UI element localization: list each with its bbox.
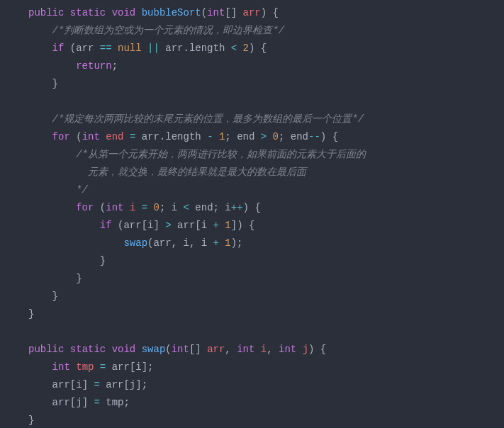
code-token: } bbox=[76, 273, 82, 284]
code-token: for bbox=[52, 131, 70, 142]
code-token: i bbox=[183, 237, 189, 249]
code-token bbox=[28, 131, 52, 142]
code-token bbox=[296, 344, 302, 355]
code-token: arr bbox=[28, 379, 70, 390]
code-line: /*规定每次两两比较的末尾元素的位置，最多为数组的最后一个位置*/ bbox=[28, 111, 504, 128]
code-token bbox=[28, 78, 52, 89]
code-token: ]; bbox=[135, 379, 147, 390]
code-line: /*从第一个元素开始，两两进行比较，如果前面的元素大于后面的 bbox=[28, 146, 504, 164]
code-token: static bbox=[70, 344, 106, 355]
code-token bbox=[267, 131, 272, 142]
code-token: ] bbox=[82, 397, 94, 408]
code-token: ) { bbox=[249, 43, 267, 54]
code-line bbox=[28, 93, 504, 111]
code-line: arr[j] = tmp; bbox=[28, 394, 504, 412]
code-token bbox=[64, 7, 69, 18]
code-token: /*规定每次两两比较的末尾元素的位置，最多为数组的最后一个位置*/ bbox=[52, 113, 364, 125]
code-token: return bbox=[76, 60, 111, 72]
code-token: arr bbox=[76, 43, 100, 54]
code-token: swap bbox=[123, 237, 147, 249]
code-token: end bbox=[189, 202, 213, 213]
code-token: 0 bbox=[154, 202, 159, 213]
code-token: 0 bbox=[273, 131, 279, 142]
code-token bbox=[135, 202, 141, 213]
code-token: int bbox=[106, 202, 123, 213]
code-token: - bbox=[207, 131, 213, 142]
code-token: arr bbox=[106, 361, 130, 373]
code-token: [ bbox=[142, 220, 147, 231]
code-token: i bbox=[76, 379, 82, 390]
code-line bbox=[28, 323, 504, 341]
code-token: ( bbox=[100, 202, 106, 213]
code-line: /*判断数组为空或为一个元素的情况，即边界检查*/ bbox=[28, 22, 504, 40]
code-token: arr bbox=[159, 43, 184, 54]
code-line: swap(arr, i, i + 1); bbox=[28, 235, 504, 252]
code-token: -- bbox=[308, 131, 320, 142]
code-token bbox=[28, 184, 76, 196]
code-token: = bbox=[100, 361, 106, 373]
code-token: ; bbox=[123, 397, 129, 408]
code-token: int bbox=[237, 344, 254, 355]
code-token bbox=[106, 344, 111, 355]
code-token bbox=[70, 131, 76, 142]
code-token: public bbox=[28, 7, 64, 18]
code-token: ) { bbox=[261, 7, 279, 18]
code-token: > bbox=[261, 131, 267, 142]
code-token: , bbox=[189, 237, 201, 249]
code-token: int bbox=[207, 7, 225, 18]
code-token: = bbox=[94, 397, 99, 408]
code-token bbox=[28, 326, 34, 337]
code-token: [ bbox=[70, 397, 76, 408]
code-token bbox=[64, 344, 69, 355]
code-token: swap bbox=[142, 344, 166, 355]
code-token bbox=[28, 237, 123, 249]
code-token: arr bbox=[28, 397, 70, 408]
code-token: ] bbox=[82, 379, 94, 390]
code-token: ; bbox=[279, 131, 291, 142]
code-token: = bbox=[94, 379, 99, 390]
code-token: j bbox=[130, 379, 135, 390]
code-token: end bbox=[106, 131, 123, 142]
code-token bbox=[142, 43, 147, 54]
code-line: } bbox=[28, 270, 504, 288]
code-token: ; bbox=[225, 131, 237, 142]
code-token: + bbox=[213, 237, 219, 249]
code-token: > bbox=[165, 220, 171, 231]
code-token: length bbox=[165, 131, 207, 142]
code-token bbox=[106, 7, 111, 18]
code-token bbox=[28, 202, 76, 213]
code-token bbox=[135, 344, 141, 355]
code-token bbox=[213, 131, 219, 142]
code-token bbox=[112, 43, 118, 54]
code-token: [] bbox=[225, 7, 242, 18]
code-token: void bbox=[112, 344, 136, 355]
code-token: i bbox=[201, 237, 213, 249]
code-token: [ bbox=[123, 379, 129, 390]
code-token: , bbox=[225, 344, 237, 355]
code-line: 元素，就交换，最终的结果就是最大的数在最后面 bbox=[28, 164, 504, 181]
code-line: */ bbox=[28, 181, 504, 199]
code-token: if bbox=[52, 43, 65, 54]
code-line: for (int i = 0; i < end; i++) { bbox=[28, 199, 504, 217]
code-token bbox=[237, 43, 242, 54]
code-token bbox=[123, 202, 129, 213]
code-token: end bbox=[291, 131, 308, 142]
code-token bbox=[28, 167, 88, 178]
code-token bbox=[123, 131, 129, 142]
code-token: } bbox=[52, 291, 58, 302]
code-token: i bbox=[135, 361, 141, 373]
code-line: } bbox=[28, 252, 504, 270]
code-token: ( bbox=[70, 43, 76, 54]
code-token: null bbox=[118, 43, 142, 54]
code-token bbox=[94, 361, 99, 373]
code-token: 元素，就交换，最终的结果就是最大的数在最后面 bbox=[88, 167, 306, 178]
code-token: end bbox=[237, 131, 261, 142]
code-token bbox=[254, 344, 260, 355]
code-token: tmp bbox=[76, 361, 94, 373]
code-token: int bbox=[172, 344, 189, 355]
code-token: ; bbox=[112, 60, 118, 72]
code-token: ++ bbox=[231, 202, 243, 213]
code-token bbox=[28, 149, 76, 160]
code-token bbox=[28, 220, 100, 231]
code-token: ) { bbox=[243, 202, 261, 213]
